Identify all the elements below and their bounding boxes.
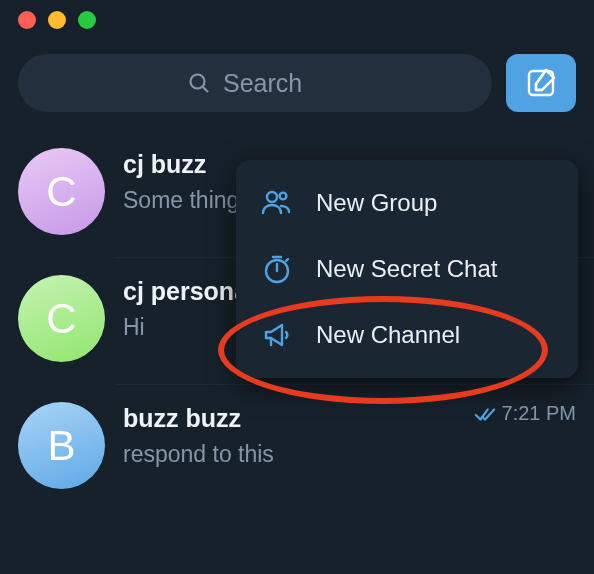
- chat-preview: respond to this: [123, 439, 576, 470]
- window-titlebar: [0, 0, 594, 40]
- new-secret-chat-item[interactable]: New Secret Chat: [236, 236, 578, 302]
- compose-menu: New Group New Secret Chat New Channel: [236, 160, 578, 378]
- menu-item-label: New Group: [316, 189, 437, 217]
- svg-point-0: [191, 75, 205, 89]
- compose-button[interactable]: [506, 54, 576, 112]
- close-window-button[interactable]: [18, 11, 36, 29]
- search-icon: [187, 71, 211, 95]
- chat-meta: 7:21 PM: [474, 402, 576, 425]
- new-channel-item[interactable]: New Channel: [236, 302, 578, 368]
- timer-icon: [260, 252, 294, 286]
- avatar: C: [18, 148, 105, 235]
- top-bar: [0, 40, 594, 130]
- svg-line-1: [203, 87, 208, 92]
- avatar: B: [18, 402, 105, 489]
- read-checks-icon: [474, 405, 496, 423]
- svg-point-4: [280, 193, 287, 200]
- chat-time: 7:21 PM: [502, 402, 576, 425]
- menu-item-label: New Channel: [316, 321, 460, 349]
- menu-item-label: New Secret Chat: [316, 255, 497, 283]
- new-group-item[interactable]: New Group: [236, 170, 578, 236]
- avatar: C: [18, 275, 105, 362]
- search-input[interactable]: [223, 69, 323, 98]
- svg-line-8: [286, 259, 288, 261]
- chat-item[interactable]: B buzz buzz respond to this 7:21 PM: [0, 384, 594, 511]
- search-box[interactable]: [18, 54, 492, 112]
- fullscreen-window-button[interactable]: [78, 11, 96, 29]
- svg-point-3: [267, 192, 277, 202]
- group-icon: [260, 186, 294, 220]
- compose-icon: [524, 66, 558, 100]
- megaphone-icon: [260, 318, 294, 352]
- minimize-window-button[interactable]: [48, 11, 66, 29]
